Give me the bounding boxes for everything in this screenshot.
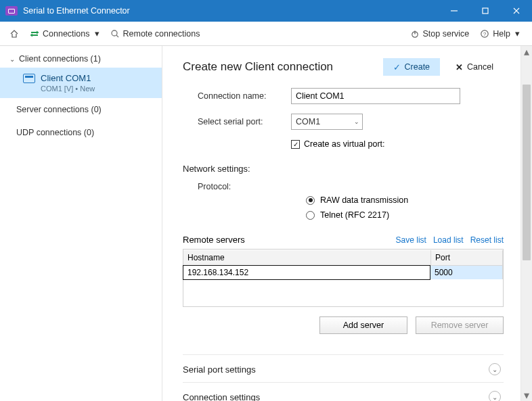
sidebar-group-server-label: Server connections (0) <box>16 105 102 114</box>
toolbar: Connections ▾ Remote connections Stop se… <box>0 22 532 46</box>
sidebar-group-server[interactable]: Server connections (0) <box>0 98 162 121</box>
scrollbar-thumb[interactable] <box>523 85 531 260</box>
chevron-down-icon: ⌄ <box>354 118 359 125</box>
chevron-down-icon: ⌄ <box>489 363 501 375</box>
create-button-label: Create <box>405 62 430 72</box>
add-server-button[interactable]: Add server <box>319 316 407 334</box>
chevron-down-icon: ⌄ <box>9 55 15 63</box>
column-hostname[interactable]: Hostname <box>183 250 431 265</box>
sidebar: ⌄ Client connections (1) Client COM1 COM… <box>0 46 162 401</box>
remote-servers-heading: Remote servers <box>183 235 389 245</box>
reset-list-link[interactable]: Reset list <box>470 235 504 245</box>
serial-port-label: Select serial port: <box>183 117 291 126</box>
create-virtual-checkbox[interactable]: ✓ <box>291 140 300 149</box>
remove-server-button[interactable]: Remove server <box>416 316 504 334</box>
chevron-down-icon: ▾ <box>95 28 99 39</box>
sidebar-group-client-label: Client connections (1) <box>19 54 101 64</box>
chevron-down-icon: ⌄ <box>489 391 501 401</box>
column-port[interactable]: Port <box>431 250 503 265</box>
remove-server-label: Remove server <box>431 321 489 330</box>
page-title: Create new Client connection <box>183 60 383 74</box>
serial-port-settings-expander[interactable]: Serial port settings ⌄ <box>183 354 504 382</box>
remote-connections-button[interactable]: Remote connections <box>106 26 204 41</box>
connections-menu[interactable]: Connections ▾ <box>26 26 104 41</box>
port-cell[interactable]: 5000 <box>430 266 503 279</box>
connection-settings-expander[interactable]: Connection settings ⌄ <box>183 382 504 401</box>
add-server-label: Add server <box>343 321 384 330</box>
monitor-icon <box>23 74 35 83</box>
remote-servers-grid: Hostname Port 192.168.134.152 5000 <box>183 249 504 307</box>
sidebar-item-sublabel: COM1 [V] • New <box>41 85 155 93</box>
help-menu[interactable]: ? Help ▾ <box>476 26 524 41</box>
scroll-up-icon: ▴ <box>521 46 532 57</box>
serial-port-select[interactable]: COM1 ⌄ <box>291 114 363 130</box>
check-icon: ✓ <box>393 62 401 72</box>
sidebar-group-udp-label: UDP connections (0) <box>16 128 94 137</box>
sidebar-item-label: Client COM1 <box>41 73 91 83</box>
network-settings-heading: Network settings: <box>183 164 504 174</box>
close-icon <box>512 6 521 16</box>
sidebar-group-client[interactable]: ⌄ Client connections (1) <box>0 50 162 68</box>
load-list-link[interactable]: Load list <box>433 235 464 245</box>
create-virtual-label: Create as virtual port: <box>304 139 385 149</box>
maximize-button[interactable] <box>470 0 501 22</box>
x-icon: ✕ <box>456 62 463 72</box>
hostname-cell[interactable]: 192.168.134.152 <box>183 265 430 280</box>
protocol-raw-radio[interactable] <box>306 196 315 205</box>
connection-name-input[interactable] <box>291 88 460 104</box>
svg-point-4 <box>112 30 117 36</box>
home-icon <box>9 29 19 39</box>
power-icon <box>410 29 420 39</box>
protocol-raw-label: RAW data transmission <box>320 195 408 205</box>
table-row[interactable]: 192.168.134.152 5000 <box>183 266 503 279</box>
chevron-down-icon: ▾ <box>515 28 520 39</box>
protocol-label: Protocol: <box>183 182 291 191</box>
help-icon: ? <box>480 29 489 39</box>
content: Create new Client connection ✓ Create ✕ … <box>162 46 532 401</box>
app-title: Serial to Ethernet Connector <box>23 6 130 16</box>
sidebar-group-udp[interactable]: UDP connections (0) <box>0 121 162 144</box>
protocol-telnet-label: Telnet (RFC 2217) <box>320 210 389 220</box>
help-label: Help <box>493 29 510 39</box>
connection-name-label: Connection name: <box>183 91 291 101</box>
titlebar: Serial to Ethernet Connector <box>0 0 532 22</box>
home-button[interactable] <box>5 26 23 41</box>
serial-port-settings-label: Serial port settings <box>183 364 256 375</box>
close-button[interactable] <box>501 0 532 22</box>
serial-port-value: COM1 <box>296 117 320 126</box>
remote-connections-label: Remote connections <box>123 29 200 39</box>
create-button[interactable]: ✓ Create <box>383 58 441 76</box>
minimize-icon <box>449 6 459 16</box>
protocol-telnet-radio[interactable] <box>306 211 315 220</box>
save-list-link[interactable]: Save list <box>396 235 426 245</box>
main: ⌄ Client connections (1) Client COM1 COM… <box>0 46 532 401</box>
svg-line-5 <box>116 35 118 37</box>
vertical-scrollbar[interactable]: ▴ ▾ <box>520 46 532 401</box>
svg-text:?: ? <box>483 31 487 37</box>
connections-icon <box>30 29 39 39</box>
search-icon <box>110 29 120 39</box>
connections-label: Connections <box>43 29 90 39</box>
stop-service-button[interactable]: Stop service <box>406 26 474 41</box>
stop-service-label: Stop service <box>423 29 470 39</box>
sidebar-item-client-com1[interactable]: Client COM1 COM1 [V] • New <box>0 68 162 98</box>
cancel-button-label: Cancel <box>467 62 493 72</box>
minimize-button[interactable] <box>439 0 470 22</box>
cancel-button[interactable]: ✕ Cancel <box>445 58 504 76</box>
connection-settings-label: Connection settings <box>183 392 260 402</box>
scroll-down-icon: ▾ <box>521 390 532 401</box>
maximize-icon <box>481 6 490 16</box>
svg-rect-1 <box>483 8 488 14</box>
app-icon <box>5 6 18 16</box>
